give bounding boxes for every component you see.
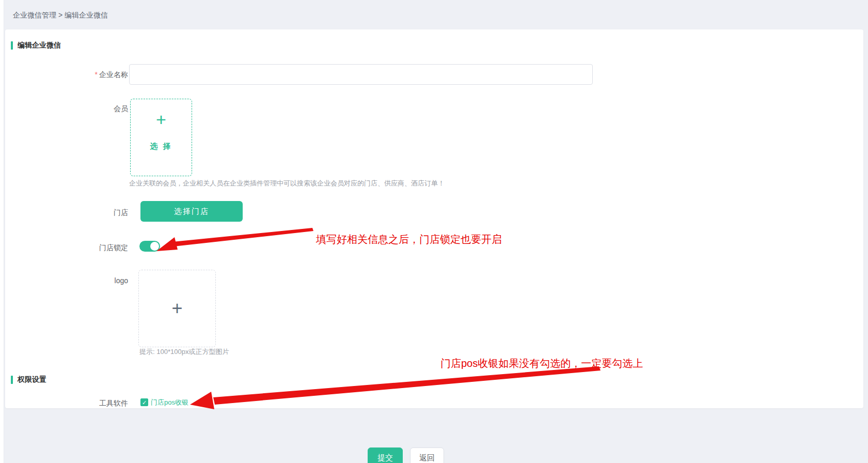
member-helper-text: 企业关联的会员，企业相关人员在企业类插件管理中可以搜索该企业会员对应的门店、供应… [129, 179, 445, 188]
left-edge-sliver [0, 0, 4, 463]
back-button[interactable]: 返回 [410, 447, 444, 463]
section-accent-bar [11, 41, 13, 50]
logo-helper-text: 提示: 100*100px或正方型图片 [139, 347, 229, 357]
pos-checkbox[interactable]: ✓ [140, 398, 148, 406]
checkmark-icon: ✓ [142, 399, 147, 406]
section-edit-header: 编辑企业微信 [11, 41, 61, 50]
company-name-label-text: 企业名称 [99, 70, 128, 79]
select-store-button[interactable]: 选择门店 [140, 201, 243, 222]
plus-icon: + [171, 298, 182, 319]
store-lock-toggle[interactable] [139, 241, 160, 252]
toggle-knob [150, 242, 159, 251]
member-label: 会员 [52, 103, 128, 114]
member-choose-text: 选 择 [131, 142, 192, 151]
store-lock-annotation-text: 填写好相关信息之后，门店锁定也要开启 [316, 233, 502, 246]
section-permission-title: 权限设置 [18, 375, 46, 384]
store-label: 门店 [52, 207, 128, 218]
plus-icon: + [131, 110, 192, 129]
section-permission-header: 权限设置 [11, 375, 46, 384]
logo-label: logo [52, 275, 128, 286]
logo-upload-box[interactable]: + [138, 270, 216, 347]
breadcrumb: 企业微信管理 > 编辑企业微信 [13, 11, 108, 20]
company-name-input[interactable] [129, 64, 593, 85]
store-lock-label: 门店锁定 [52, 242, 128, 253]
form-card [5, 29, 863, 408]
tool-software-label: 工具软件 [52, 398, 128, 408]
required-asterisk: * [95, 70, 98, 79]
page: 企业微信管理 > 编辑企业微信 编辑企业微信 *企业名称 会员 + 选 择 企业… [0, 0, 868, 463]
section-accent-bar [11, 376, 13, 384]
pos-checkbox-label[interactable]: 门店pos收银 [151, 398, 188, 407]
company-name-label: *企业名称 [52, 69, 128, 80]
submit-button[interactable]: 提交 [368, 447, 403, 463]
member-select-upload-box[interactable]: + 选 择 [130, 99, 192, 176]
pos-annotation-text: 门店pos收银如果没有勾选的，一定要勾选上 [440, 357, 643, 371]
section-edit-title: 编辑企业微信 [18, 41, 61, 50]
